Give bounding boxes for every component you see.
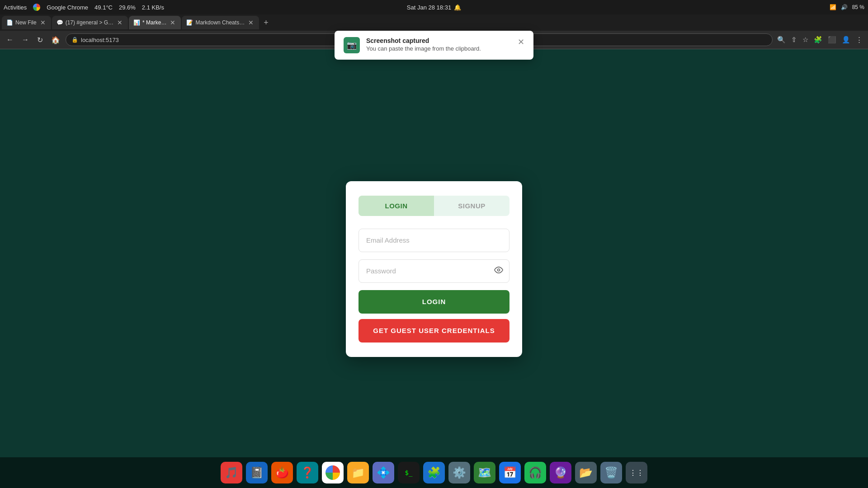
lock-icon: 🔒 (71, 37, 78, 43)
battery-label: 85 % (852, 4, 864, 10)
os-topbar: Activities Google Chrome 49.1°C 29.6% 2.… (0, 0, 868, 14)
tab-markdown[interactable]: 📝 Markdown Cheats… ✕ (182, 16, 259, 29)
dock-puzzle[interactable]: 🧩 (423, 462, 445, 483)
dock-maps[interactable]: 🗺️ (474, 462, 495, 483)
tab-new-file[interactable]: 📄 New File ✕ (2, 16, 51, 29)
dock-browser2[interactable]: 🔮 (550, 462, 571, 483)
profile-button[interactable]: 👤 (840, 34, 852, 46)
tab-slack[interactable]: 💬 (17) #general > G… ✕ (52, 16, 128, 29)
page-content: LOGIN SIGNUP LOGIN GET GUEST USER CREDEN… (0, 49, 868, 488)
dock-help[interactable]: ❓ (297, 462, 318, 483)
tab-favicon-markdown: 📝 (186, 19, 193, 26)
cpu-label: 29.6% (119, 4, 136, 11)
new-tab-button[interactable]: + (260, 18, 272, 28)
dock-chrome[interactable] (322, 462, 344, 483)
taskbar: 🎵 📓 🍅 ❓ 📁 💠 $_ 🧩 ⚙️ 🗺️ 📅 🎧 🔮 📂 🗑️ ⋮⋮ (0, 457, 868, 488)
temp-label: 49.1°C (94, 4, 113, 11)
volume-icon: 🔊 (841, 4, 848, 10)
share-button[interactable]: ⇧ (789, 34, 799, 46)
network-label: 2.1 KB/s (142, 4, 164, 11)
forward-button[interactable]: → (19, 34, 32, 46)
search-button[interactable]: 🔍 (775, 34, 788, 46)
email-input-group (359, 229, 509, 252)
dock-trash[interactable]: 🗑️ (600, 462, 622, 483)
screenshot-toast: 📷 Screenshot captured You can paste the … (335, 31, 533, 60)
tab-title-markdown: Markdown Cheats… (195, 19, 245, 26)
menu-button[interactable]: ⋮ (854, 34, 864, 46)
bookmark-button[interactable]: ☆ (801, 34, 810, 46)
dock-calendar[interactable]: 📅 (499, 462, 521, 483)
tab-close-newfile[interactable]: ✕ (39, 19, 47, 26)
tab-bar: 📄 New File ✕ 💬 (17) #general > G… ✕ 📊 * … (0, 14, 868, 31)
login-button[interactable]: LOGIN (359, 290, 509, 314)
login-card: LOGIN SIGNUP LOGIN GET GUEST USER CREDEN… (346, 181, 522, 357)
wifi-icon: 📶 (830, 4, 836, 10)
dock-terminal[interactable]: $_ (398, 462, 420, 483)
tab-title-market: * Marke… (142, 19, 166, 26)
dock-vscode[interactable]: 💠 (373, 462, 394, 483)
auth-tabs: LOGIN SIGNUP (359, 196, 509, 216)
toast-close-button[interactable]: ✕ (518, 37, 524, 47)
chrome-os-icon (33, 4, 40, 11)
reload-button[interactable]: ↻ (34, 34, 46, 46)
signup-tab[interactable]: SIGNUP (434, 196, 509, 216)
tab-favicon-slack: 💬 (57, 19, 63, 26)
tab-title-slack: (17) #general > G… (66, 19, 113, 26)
address-text: localhost:5173 (81, 37, 119, 43)
tab-title-newfile: New File (15, 19, 37, 26)
dock-music[interactable]: 🎵 (221, 462, 242, 483)
tab-favicon-market: 📊 (133, 19, 140, 26)
password-input-group (359, 259, 509, 283)
guest-credentials-button[interactable]: GET GUEST USER CREDENTIALS (359, 319, 509, 343)
tab-favicon-newfile: 📄 (6, 19, 13, 26)
toast-icon: 📷 (344, 37, 360, 53)
password-input[interactable] (359, 259, 509, 283)
dock-notes[interactable]: 📓 (246, 462, 268, 483)
svg-point-0 (498, 269, 500, 271)
home-button[interactable]: 🏠 (48, 34, 63, 46)
toast-content: Screenshot captured You can paste the im… (366, 37, 511, 52)
tab-market[interactable]: 📊 * Marke… ✕ (129, 16, 181, 29)
alarm-icon: 🔔 (454, 4, 461, 11)
back-button[interactable]: ← (4, 34, 16, 46)
dock-pomodoro[interactable]: 🍅 (271, 462, 293, 483)
dock-settings[interactable]: ⚙️ (448, 462, 470, 483)
dock-files[interactable]: 📁 (347, 462, 369, 483)
datetime-label: Sat Jan 28 18:31 (407, 4, 451, 11)
dock-appgrid[interactable]: ⋮⋮ (626, 462, 647, 483)
toast-subtitle: You can paste the image from the clipboa… (366, 45, 511, 52)
password-toggle-button[interactable] (494, 265, 503, 277)
activities-label[interactable]: Activities (4, 4, 27, 11)
login-tab[interactable]: LOGIN (359, 196, 434, 216)
dock-spotify[interactable]: 🎧 (524, 462, 546, 483)
layout-button[interactable]: ⬛ (826, 34, 838, 46)
email-input[interactable] (359, 229, 509, 252)
tab-close-slack[interactable]: ✕ (116, 19, 123, 26)
dock-filemanager[interactable]: 📂 (575, 462, 597, 483)
tab-close-markdown[interactable]: ✕ (247, 19, 255, 26)
toast-title: Screenshot captured (366, 37, 511, 44)
browser-name-label: Google Chrome (47, 4, 88, 11)
extensions-button[interactable]: 🧩 (812, 34, 824, 46)
tab-close-market[interactable]: ✕ (169, 19, 176, 26)
